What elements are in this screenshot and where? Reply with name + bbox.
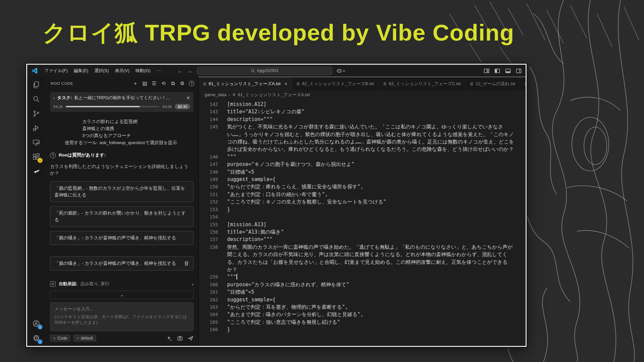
- line-number: 142: [199, 101, 227, 108]
- send-icon[interactable]: [188, 336, 194, 341]
- question-text: カラスを利用したどのようなシチュエーションを詳細化しましょうか？: [50, 163, 194, 177]
- line-number: 143: [199, 108, 227, 115]
- panel-header-icon[interactable]: +: [132, 81, 138, 86]
- chevron-right-icon[interactable]: ›: [53, 96, 55, 101]
- toggle-primary-sidebar-icon[interactable]: [494, 68, 500, 74]
- auto-approve-checkbox[interactable]: ✓: [50, 281, 56, 287]
- editor-tab[interactable]: ≣ 62_ミッションリスト_フェーズB.txt: [292, 77, 379, 90]
- code-line: 165 "こころで判定：強い意志で囁きを無視し続ける": [199, 318, 526, 326]
- sidebar-item-source-control[interactable]: [31, 109, 41, 119]
- chevron-right-icon: ›: [229, 93, 230, 97]
- chevron-right-icon[interactable]: ›: [192, 281, 194, 287]
- panel-header-icon[interactable]: ?: [189, 81, 194, 86]
- sidebar-item-run-debug[interactable]: [31, 123, 41, 133]
- message-line: 斎神狐との連携: [50, 125, 194, 132]
- accounts-button[interactable]: 1: [31, 318, 41, 328]
- cost-badge: $0.45: [175, 104, 190, 109]
- breadcrumb-folder[interactable]: game_data: [205, 92, 226, 97]
- menu-item[interactable]: 表示(V): [112, 67, 132, 75]
- editor-tab[interactable]: ≣ 22_プリプレイ_: [520, 77, 526, 90]
- search-icon: [32, 95, 40, 103]
- suggestion-card[interactable]: 「鴉の監視網」- 無数のカラスが上空から少年を監視し、位置を斎神狐に伝える: [50, 181, 194, 202]
- code-line: 163 "からだで判定：耳を塞ぎ、物理的に声を遮断する",: [199, 303, 526, 311]
- panel-header-icon[interactable]: ⧉: [170, 81, 176, 86]
- code-line: 156 title="A13:鴉の囁き": [199, 228, 526, 236]
- line-text: 気がつくと、不気味に光るキノコが群生する森に迷い込んでいた。「ここは私のキノコ園…: [227, 123, 526, 153]
- page-title: クロイ狐 TRPG developed by Vibe Coding: [0, 17, 557, 48]
- line-number: 158: [199, 243, 227, 274]
- enhance-prompt-icon[interactable]: [166, 336, 172, 341]
- line-number: 146: [199, 153, 227, 161]
- sidebar-item-search[interactable]: [31, 94, 41, 104]
- context-progress-bar: [66, 106, 159, 107]
- line-text: 突然、周囲のカラスが一斉に斎神狐の声で囁き始めた。「逃げても無駄よ」「私のものに…: [227, 243, 526, 274]
- line-text: }: [227, 326, 526, 333]
- editor-tab[interactable]: ≣ 61_ミッションリスト_フェーズA.txt ×: [199, 77, 292, 90]
- editor-tab[interactable]: ≣ 63_ミッションリスト_フェーズC.txt: [379, 77, 466, 90]
- explorer-icon: [32, 81, 40, 89]
- copilot-menu[interactable]: ∨: [336, 68, 345, 74]
- close-task-icon[interactable]: ✕: [186, 95, 190, 101]
- suggestion-card[interactable]: 「死の鴉群」- カラスの群れが襲いかかり、動きを封じようとする: [50, 206, 194, 227]
- toggle-secondary-sidebar-icon[interactable]: [516, 68, 522, 74]
- context-progress-fill: [66, 106, 140, 107]
- nav-forward-icon[interactable]: →: [187, 68, 192, 74]
- line-number: 153: [199, 206, 227, 213]
- collapse-button[interactable]: ⌄: [50, 291, 194, 299]
- suggestion-card[interactable]: 「鴉の囁き」- カラスが斎神狐の声で囁き、精神を撹乱する: [50, 231, 194, 245]
- line-number: 162: [199, 296, 227, 303]
- panel-header-icon[interactable]: ☰: [151, 81, 157, 86]
- screenshot-icon[interactable]: [177, 336, 183, 341]
- line-number: 151: [199, 191, 227, 198]
- menu-item[interactable]: ···: [154, 67, 164, 75]
- toggle-panel-icon[interactable]: [505, 68, 511, 74]
- breadcrumb-file[interactable]: 61_ミッションリスト_フェーズA.txt: [238, 92, 310, 98]
- auto-approve-value: 読み取り, 実行: [80, 281, 109, 287]
- titlebar: ファイル(F)編集(E)選択(S)表示(V)移動(G)··· ← → trpg2…: [27, 65, 526, 77]
- sidebar-item-remote-explorer[interactable]: [31, 137, 41, 147]
- remote-explorer-icon: [32, 138, 40, 146]
- message-input[interactable]: メッセージを入力... (コンテキスト追加は@、モード切替は/、ファイルをドラッ…: [50, 302, 194, 331]
- line-number: 148: [199, 168, 227, 176]
- settings-badge: 1: [38, 339, 43, 344]
- sidebar-item-explorer[interactable]: [31, 80, 41, 90]
- breadcrumb[interactable]: game_data › ≣ 61_ミッションリスト_フェーズA.txt: [199, 90, 526, 99]
- tab-bar: ≣ 61_ミッションリスト_フェーズA.txt × ≣ 62_ミッションリスト_…: [199, 77, 526, 90]
- code-editor[interactable]: 142 [mission.A12] 143 title="A12:シビレキノコの…: [199, 99, 526, 346]
- close-icon[interactable]: ×: [284, 81, 287, 86]
- file-icon: ≣: [524, 81, 526, 86]
- customize-layout-icon[interactable]: [484, 68, 489, 74]
- line-text: description=""": [227, 236, 526, 243]
- editor-tab[interactable]: ≣ 12_ゲームの流れ.txt: [466, 77, 520, 90]
- code-line: 160 purpose="カラスの囁きに惑わされず、精神を保て": [199, 281, 526, 288]
- line-text: title="A12:シビレキノコの森": [227, 108, 526, 115]
- sidebar-item-roo-code[interactable]: [31, 166, 41, 176]
- mode-selector[interactable]: ∧ Code: [50, 335, 70, 342]
- panel-header-icon[interactable]: ⚙: [179, 81, 185, 86]
- tool-line: 使用するツール: ask_followup_questionで選択肢を提示: [50, 139, 194, 146]
- search-icon: [251, 69, 255, 73]
- roo-code-panel: ROO CODE +▤☰⟲⧉⚙? › タスク: 私と一緒にTRPGの制作を手伝っ…: [45, 77, 199, 346]
- profile-selector[interactable]: ∧ default: [73, 335, 96, 342]
- suggestion-card[interactable]: 「鴉の囁き」- カラスが斎神狐の声で囁き、精神を撹乱する: [50, 256, 194, 270]
- nav-back-icon[interactable]: ←: [177, 68, 182, 74]
- menu-item[interactable]: ファイル(F): [41, 67, 71, 75]
- suggested-options: 「鴉の監視網」- 無数のカラスが上空から少年を監視し、位置を斎神狐に伝える 「死…: [50, 181, 194, 270]
- manage-settings-button[interactable]: ⚙ 1: [31, 333, 41, 343]
- line-text: "こころで判定：キノコの生え方を観察し、安全なルートを見つける": [227, 198, 526, 205]
- auto-approve-row[interactable]: ✓ 自動承認: 読み取り, 実行 ›: [50, 281, 194, 287]
- panel-header-icon[interactable]: ▤: [142, 81, 148, 86]
- menu-item[interactable]: 移動(G): [132, 67, 154, 75]
- panel-header-icon[interactable]: ⟲: [161, 81, 166, 86]
- line-text: suggest_sample={: [227, 296, 526, 303]
- caret-icon: ∧: [76, 337, 79, 340]
- menu-item[interactable]: 選択(S): [91, 67, 112, 75]
- sidebar-item-extensions[interactable]: ⚠: [31, 152, 41, 162]
- line-number: 145: [199, 123, 227, 153]
- line-number: 161: [199, 288, 227, 296]
- line-number: 149: [199, 176, 227, 183]
- roo-chat-content: › タスク: 私と一緒にTRPGの制作を手伝ってください！... ✕ 54.2k…: [45, 90, 198, 346]
- command-center-search[interactable]: trpg202503: [197, 67, 332, 75]
- trash-icon[interactable]: [184, 261, 189, 266]
- menu-item[interactable]: 編集(E): [71, 67, 91, 75]
